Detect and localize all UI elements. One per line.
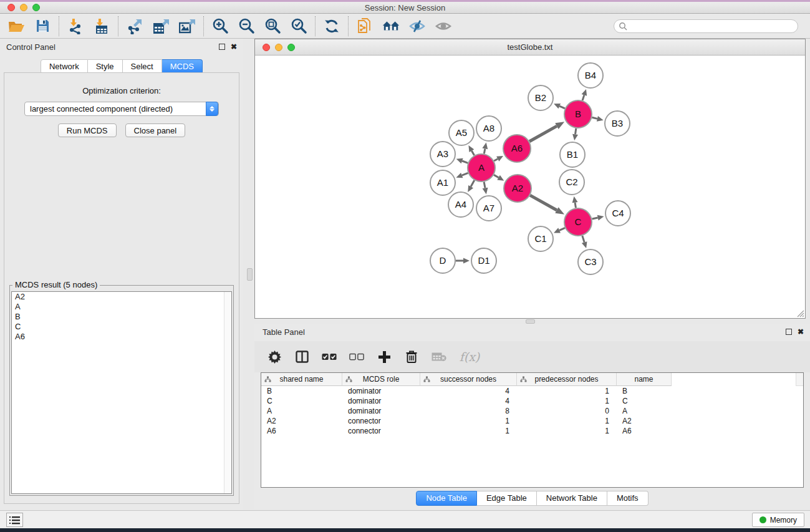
graph-node-C[interactable]: C [564, 208, 592, 236]
table-cell[interactable]: A6 [617, 426, 672, 436]
graph-node-B1[interactable]: B1 [560, 142, 585, 167]
graph-node-C2[interactable]: C2 [559, 170, 584, 195]
table-cell[interactable]: 1 [420, 416, 517, 426]
search-input[interactable] [614, 19, 798, 33]
column-header-predecessor-nodes[interactable]: predecessor nodes [517, 373, 617, 386]
graph-edge[interactable] [462, 161, 468, 163]
close-panel-button[interactable]: Close panel [125, 123, 186, 137]
table-cell[interactable]: 1 [517, 396, 617, 406]
table-cell[interactable]: dominator [342, 396, 420, 406]
zoom-out-icon[interactable] [238, 17, 255, 35]
graph-node-C4[interactable]: C4 [605, 201, 630, 226]
column-header-mcds-role[interactable]: MCDS role [342, 373, 420, 386]
select-all-columns-icon[interactable] [322, 349, 337, 364]
graph-node-A7[interactable]: A7 [476, 196, 501, 221]
graph-node-A1[interactable]: A1 [430, 170, 455, 195]
graph-edge[interactable] [471, 151, 474, 155]
split-view-icon[interactable] [294, 349, 309, 364]
result-item[interactable]: A2 [12, 292, 231, 302]
export-table-icon[interactable] [152, 17, 170, 35]
mcds-result-list[interactable]: A2ABCA6 [11, 291, 232, 494]
graph-node-B3[interactable]: B3 [605, 111, 630, 136]
show-all-icon[interactable] [435, 17, 452, 35]
network-canvas[interactable]: AA6A2BCA5A8A3A1A4A7B2B4B3B1C2C4C1C3DD1 [255, 56, 805, 318]
table-cell[interactable]: B [261, 386, 342, 396]
graph-edge[interactable] [582, 95, 584, 100]
table-cell[interactable]: B [617, 386, 672, 396]
save-session-icon[interactable] [34, 17, 51, 35]
result-item[interactable]: B [12, 312, 231, 322]
tab-edge-table[interactable]: Edge Table [477, 491, 537, 506]
first-neighbors-icon[interactable] [382, 17, 400, 35]
hide-selected-icon[interactable] [408, 17, 426, 35]
graph-node-B4[interactable]: B4 [578, 63, 603, 88]
table-scrollbar[interactable] [796, 373, 803, 386]
graph-node-A2[interactable]: A2 [504, 175, 531, 202]
graph-node-A[interactable]: A [468, 154, 495, 181]
graph-node-A8[interactable]: A8 [476, 116, 501, 141]
table-row[interactable]: Adominator80A [261, 406, 803, 416]
table-cell[interactable]: 4 [420, 386, 517, 396]
zoom-fit-icon[interactable] [264, 17, 281, 35]
zoom-selected-icon[interactable] [290, 17, 307, 35]
import-network-icon[interactable] [67, 17, 84, 35]
table-cell[interactable]: 8 [420, 406, 517, 416]
graph-node-D1[interactable]: D1 [471, 248, 496, 273]
tab-motifs[interactable]: Motifs [607, 491, 648, 506]
table-cell[interactable]: connector [342, 426, 420, 436]
graph-edge[interactable] [559, 106, 565, 109]
table-cell[interactable]: C [261, 396, 342, 406]
graph-edge[interactable] [462, 173, 468, 175]
table-row[interactable]: A2connector11A2 [261, 416, 803, 426]
table-cell[interactable]: A2 [617, 416, 672, 426]
result-item[interactable]: A6 [12, 332, 231, 342]
table-cell[interactable]: 1 [420, 426, 517, 436]
graph-node-B[interactable]: B [564, 100, 592, 128]
run-mcds-button[interactable]: Run MCDS [58, 123, 117, 137]
resize-grip-icon[interactable] [796, 309, 804, 317]
table-cell[interactable]: A [617, 406, 672, 416]
import-table-icon[interactable] [93, 17, 110, 35]
network-graph[interactable]: AA6A2BCA5A8A3A1A4A7B2B4B3B1C2C4C1C3DD1 [255, 56, 805, 318]
refresh-icon[interactable] [323, 17, 340, 35]
memory-button[interactable]: Memory [752, 513, 804, 527]
tab-node-table[interactable]: Node Table [416, 491, 477, 506]
graph-edge[interactable] [575, 203, 576, 208]
table-cell[interactable]: dominator [342, 386, 420, 396]
close-table-panel-icon[interactable]: ✖ [798, 329, 804, 335]
table-row[interactable]: Cdominator41C [261, 396, 803, 406]
zoom-in-icon[interactable] [211, 17, 229, 35]
graph-edge[interactable] [494, 175, 499, 177]
graph-edge[interactable] [582, 236, 584, 243]
column-header-shared-name[interactable]: shared name [261, 373, 342, 386]
export-image-icon[interactable] [178, 17, 196, 35]
table-cell[interactable]: 1 [517, 426, 617, 436]
graph-edge[interactable] [484, 148, 485, 153]
graph-edge[interactable] [559, 228, 565, 230]
open-session-icon[interactable] [7, 17, 25, 35]
graph-edge[interactable] [494, 159, 498, 161]
graph-node-A3[interactable]: A3 [430, 142, 455, 167]
table-cell[interactable]: dominator [342, 406, 420, 416]
graph-edge[interactable] [592, 117, 597, 118]
graph-node-A6[interactable]: A6 [503, 135, 531, 162]
float-panel-icon[interactable] [219, 44, 225, 50]
table-settings-icon[interactable] [267, 349, 282, 364]
column-header-successor-nodes[interactable]: successor nodes [420, 373, 517, 386]
column-header-name[interactable]: name [617, 373, 672, 386]
panel-divider-horizontal-grip[interactable] [526, 319, 535, 324]
table-row[interactable]: A6connector11A6 [261, 426, 803, 436]
table-cell[interactable]: connector [342, 416, 420, 426]
graph-edge[interactable] [529, 126, 557, 142]
graph-node-C3[interactable]: C3 [578, 249, 603, 274]
graph-node-B2[interactable]: B2 [528, 85, 553, 110]
graph-node-A5[interactable]: A5 [449, 120, 474, 145]
table-cell[interactable]: A [261, 406, 342, 416]
network-from-selection-icon[interactable] [356, 17, 374, 35]
table-cell[interactable]: A2 [261, 416, 342, 426]
deselect-all-columns-icon[interactable] [349, 349, 364, 364]
table-cell[interactable]: 1 [517, 386, 617, 396]
graph-edge[interactable] [592, 218, 597, 219]
delete-row-icon[interactable] [404, 349, 419, 364]
criterion-select[interactable]: largest connected component (directed) [24, 102, 219, 116]
